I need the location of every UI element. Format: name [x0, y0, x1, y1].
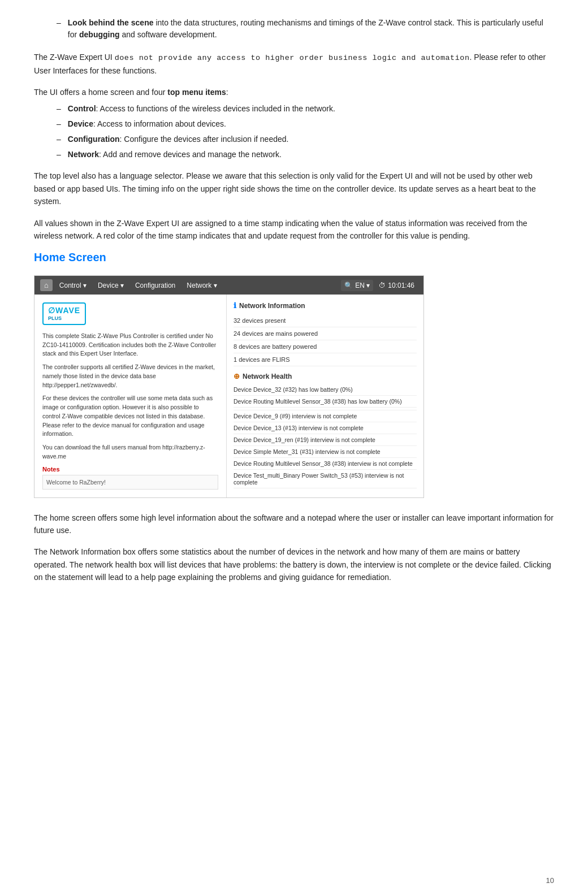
- bullet-text-2: and software development.: [120, 30, 217, 39]
- screenshot-container: ⌂ Control ▾ Device ▾ Configuration Netwo…: [34, 275, 424, 497]
- stat-devices-present: 32 devices present: [234, 314, 417, 327]
- left-text-4: You can download the full users manual f…: [42, 443, 218, 461]
- nav-network[interactable]: Network ▾: [182, 280, 221, 291]
- menu-item-device: Device: Access to information about devi…: [57, 118, 554, 130]
- health-icon: ⊕: [234, 372, 240, 380]
- bold-network: Network: [68, 150, 99, 159]
- stat-mains-powered: 24 devices are mains powered: [234, 327, 417, 340]
- left-text-2: The controller supports all certified Z-…: [42, 363, 218, 389]
- menu-item-configuration: Configuration: Configure the devices aft…: [57, 133, 554, 145]
- paragraph-1: The Z-Wave Expert UI does not provide an…: [34, 51, 554, 77]
- logo-plus: PLUS: [48, 315, 80, 322]
- nav-language-selector[interactable]: 🔍 EN ▾: [341, 280, 373, 291]
- bullet-item-look-behind: Look behind the scene into the data stru…: [57, 17, 554, 41]
- menu-item-label-device: Device: Access to information about devi…: [68, 118, 226, 130]
- health-item-4[interactable]: Device Device_13 (#13) interview is not …: [234, 422, 417, 434]
- clock-icon: ⏱: [379, 282, 386, 289]
- para2-term: top menu items: [167, 88, 226, 97]
- bold-term-look-behind: Look behind the scene: [68, 18, 154, 27]
- info-icon: ℹ: [234, 301, 236, 310]
- notes-heading: Notes: [42, 466, 218, 473]
- left-panel: ∅WAVE PLUS This complete Static Z-Wave P…: [34, 295, 227, 497]
- health-item-6[interactable]: Device Simple Meter_31 (#31) interview i…: [234, 446, 417, 458]
- nav-time-value: 10:01:46: [388, 282, 414, 289]
- logo-area: ∅WAVE PLUS: [42, 302, 218, 325]
- nav-configuration[interactable]: Configuration: [131, 280, 180, 291]
- network-health-title: Network Health: [243, 373, 292, 380]
- nav-control[interactable]: Control ▾: [55, 280, 91, 291]
- bullet-content: Look behind the scene into the data stru…: [68, 17, 554, 41]
- health-item-3[interactable]: Device Device_9 (#9) interview is not co…: [234, 410, 417, 422]
- network-health-heading: ⊕ Network Health: [234, 372, 417, 380]
- screenshot-body: ∅WAVE PLUS This complete Static Z-Wave P…: [34, 295, 423, 497]
- para1-text1: The Z-Wave Expert UI: [34, 53, 115, 62]
- paragraph-6: The Network Information box offers some …: [34, 546, 554, 583]
- menu-item-control: Control: Access to functions of the wire…: [57, 103, 554, 115]
- nav-lang-label: EN ▾: [355, 282, 370, 289]
- health-item-2[interactable]: Device Routing Multilevel Sensor_38 (#38…: [234, 396, 417, 408]
- health-item-8[interactable]: Device Test_multi_Binary Power Switch_53…: [234, 470, 417, 488]
- health-item-5[interactable]: Device Device_19_ren (#19) interview is …: [234, 434, 417, 446]
- logo-line1: ∅WAVE: [48, 306, 80, 315]
- menu-item-label-network: Network: Add and remove devices and mana…: [68, 149, 282, 161]
- para2-text1: The UI offers a home screen and four: [34, 88, 167, 97]
- bold-device: Device: [68, 119, 93, 128]
- notes-box: Welcome to RaZberry!: [42, 475, 218, 490]
- health-item-7[interactable]: Device Routing Multilevel Sensor_38 (#38…: [234, 458, 417, 470]
- stat-battery-powered: 8 devices are battery powered: [234, 340, 417, 353]
- menu-item-network: Network: Add and remove devices and mana…: [57, 149, 554, 161]
- nav-bar: ⌂ Control ▾ Device ▾ Configuration Netwo…: [34, 276, 423, 295]
- menu-items-list: Control: Access to functions of the wire…: [57, 103, 554, 161]
- health-item-1[interactable]: Device Device_32 (#32) has low battery (…: [234, 384, 417, 396]
- stat-flirs: 1 devices are FLIRS: [234, 353, 417, 366]
- nav-time-display: ⏱ 10:01:46: [375, 280, 418, 291]
- bullet-section-1: Look behind the scene into the data stru…: [34, 17, 554, 41]
- left-text-3: For these devices the controller will us…: [42, 394, 218, 439]
- paragraph-2: The UI offers a home screen and four top…: [34, 86, 554, 98]
- nav-home-button[interactable]: ⌂: [40, 279, 53, 291]
- network-info-title: Network Information: [239, 302, 305, 310]
- nav-device[interactable]: Device ▾: [93, 280, 128, 291]
- para2-text2: :: [226, 88, 228, 97]
- paragraph-3: The top level also has a language select…: [34, 170, 554, 207]
- zwave-logo: ∅WAVE PLUS: [42, 302, 86, 325]
- menu-item-label-control: Control: Access to functions of the wire…: [68, 103, 335, 115]
- home-screen-heading: Home Screen: [34, 251, 554, 264]
- menu-item-label-configuration: Configuration: Configure the devices aft…: [68, 133, 289, 145]
- para1-monospace: does not provide any access to higher or…: [115, 54, 470, 62]
- paragraph-4: All values shown in the Z-Wave Expert UI…: [34, 217, 554, 243]
- bold-configuration: Configuration: [68, 135, 120, 144]
- bold-term-debugging: debugging: [79, 30, 120, 39]
- paragraph-5: The home screen offers some high level i…: [34, 512, 554, 537]
- search-icon: 🔍: [344, 282, 353, 289]
- left-text-1: This complete Static Z-Wave Plus Control…: [42, 332, 218, 358]
- bold-control: Control: [68, 104, 96, 113]
- page-number: 10: [546, 876, 554, 885]
- right-panel: ℹ Network Information 32 devices present…: [227, 295, 423, 497]
- network-info-heading: ℹ Network Information: [234, 301, 417, 310]
